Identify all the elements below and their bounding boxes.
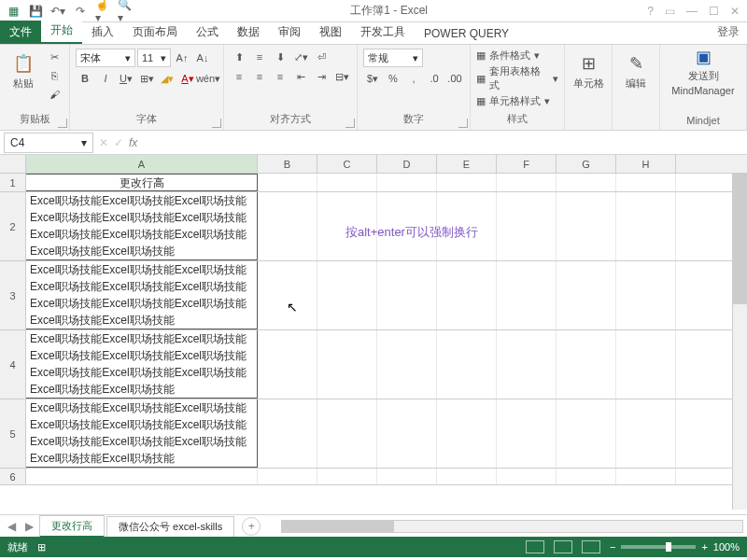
wrap-text-icon[interactable]: ⏎: [312, 49, 331, 65]
horizontal-scrollbar[interactable]: [281, 520, 743, 533]
row-header-4[interactable]: 4: [0, 330, 26, 399]
cell[interactable]: [557, 330, 616, 399]
increase-decimal-icon[interactable]: .0: [425, 70, 444, 87]
orientation-icon[interactable]: ⤢▾: [291, 49, 310, 65]
cell[interactable]: [497, 330, 557, 399]
cell[interactable]: [377, 330, 437, 399]
tab-developer[interactable]: 开发工具: [351, 21, 415, 44]
tab-formulas[interactable]: 公式: [187, 21, 228, 44]
normal-view-button[interactable]: [526, 540, 544, 553]
conditional-format-button[interactable]: ▦条件格式▾: [476, 49, 558, 63]
formula-input[interactable]: [143, 133, 743, 152]
percent-icon[interactable]: %: [384, 70, 402, 87]
touch-icon[interactable]: ☝▾: [95, 4, 110, 19]
sheet-tab-1[interactable]: 更改行高: [39, 515, 105, 538]
save-icon[interactable]: 💾: [28, 4, 43, 19]
cell[interactable]: [258, 330, 317, 399]
col-header-h[interactable]: H: [616, 155, 676, 173]
mindmanager-button[interactable]: ▣ 发送到 MindManager: [666, 49, 740, 93]
number-format-select[interactable]: 常规▾: [363, 49, 423, 67]
cell-a2[interactable]: Excel职场技能Excel职场技能Excel职场技能Excel职场技能Exce…: [26, 192, 258, 260]
cell[interactable]: [616, 330, 676, 399]
cell[interactable]: [317, 261, 377, 329]
col-header-f[interactable]: F: [497, 155, 557, 173]
cell[interactable]: [437, 261, 497, 329]
vertical-scrollbar[interactable]: [732, 174, 747, 510]
col-header-e[interactable]: E: [437, 155, 497, 173]
cell[interactable]: [557, 261, 616, 329]
border-icon[interactable]: ⊞▾: [137, 70, 156, 87]
cell-a4[interactable]: Excel职场技能Excel职场技能Excel职场技能Excel职场技能Exce…: [26, 330, 258, 399]
tab-review[interactable]: 审阅: [269, 21, 310, 44]
align-center-icon[interactable]: ≡: [250, 68, 269, 85]
cells-button[interactable]: ⊞单元格: [571, 49, 606, 93]
row-header-2[interactable]: 2: [0, 192, 26, 260]
sheet-tab-2[interactable]: 微信公众号 excel-skills: [106, 516, 234, 537]
cell[interactable]: [437, 469, 497, 484]
fx-icon[interactable]: fx: [129, 136, 137, 149]
bold-icon[interactable]: B: [76, 70, 94, 87]
zoom-slider[interactable]: [621, 545, 696, 549]
cell[interactable]: [317, 399, 377, 468]
cell[interactable]: [437, 399, 497, 468]
tab-home[interactable]: 开始: [41, 19, 82, 44]
font-color-icon[interactable]: A▾: [178, 70, 197, 87]
row-header-3[interactable]: 3: [0, 261, 26, 329]
tab-data[interactable]: 数据: [228, 21, 269, 44]
page-layout-view-button[interactable]: [554, 540, 572, 553]
underline-icon[interactable]: U▾: [117, 70, 135, 87]
font-size-select[interactable]: 11▾: [137, 49, 171, 67]
cell-styles-button[interactable]: ▦单元格样式▾: [476, 94, 558, 108]
zoom-value[interactable]: 100%: [713, 541, 740, 553]
cell[interactable]: [616, 174, 676, 191]
preview-icon[interactable]: 🔍▾: [118, 4, 133, 19]
cell[interactable]: [317, 330, 377, 399]
editing-button[interactable]: ✎编辑: [618, 49, 654, 93]
cell-a5[interactable]: Excel职场技能Excel职场技能Excel职场技能Excel职场技能Exce…: [26, 399, 258, 468]
decrease-font-icon[interactable]: A↓: [193, 49, 212, 66]
dialog-launcher-icon[interactable]: [345, 119, 355, 128]
font-name-select[interactable]: 宋体▾: [76, 49, 135, 67]
format-painter-icon[interactable]: 🖌: [45, 86, 63, 103]
tab-layout[interactable]: 页面布局: [123, 21, 187, 44]
cell[interactable]: [557, 399, 616, 468]
cell[interactable]: [497, 469, 557, 484]
cell[interactable]: [497, 399, 557, 468]
col-header-d[interactable]: D: [377, 155, 437, 173]
enter-icon[interactable]: ✓: [114, 136, 123, 149]
col-header-g[interactable]: G: [557, 155, 616, 173]
close-icon[interactable]: ✕: [730, 5, 740, 18]
table-format-button[interactable]: ▦套用表格格式▾: [476, 64, 558, 92]
page-break-view-button[interactable]: [582, 540, 600, 553]
cell[interactable]: [26, 469, 258, 484]
decrease-indent-icon[interactable]: ⇤: [291, 68, 310, 85]
sheet-nav-next-icon[interactable]: ▶: [21, 520, 37, 533]
cell[interactable]: [616, 261, 676, 329]
tab-file[interactable]: 文件: [0, 21, 41, 44]
increase-font-icon[interactable]: A↑: [173, 49, 191, 66]
cell[interactable]: [258, 469, 317, 484]
align-left-icon[interactable]: ≡: [230, 68, 248, 85]
cell[interactable]: [557, 192, 616, 260]
login-link[interactable]: 登录: [710, 21, 747, 44]
help-icon[interactable]: ?: [647, 5, 654, 18]
cell[interactable]: [616, 399, 676, 468]
comma-icon[interactable]: ,: [404, 70, 423, 87]
cell[interactable]: [377, 261, 437, 329]
redo-icon[interactable]: ↷: [73, 4, 88, 19]
cell[interactable]: [497, 261, 557, 329]
cell-a1[interactable]: 更改行高: [26, 174, 258, 191]
cell[interactable]: [437, 330, 497, 399]
italic-icon[interactable]: I: [96, 70, 115, 87]
cell[interactable]: [616, 192, 676, 260]
cell[interactable]: [437, 174, 497, 191]
row-header-6[interactable]: 6: [0, 469, 26, 484]
copy-icon[interactable]: ⎘: [45, 67, 63, 84]
name-box[interactable]: C4▾: [4, 133, 93, 153]
cell[interactable]: [616, 469, 676, 484]
align-bottom-icon[interactable]: ⬇: [271, 49, 289, 65]
cell[interactable]: [497, 174, 557, 191]
row-header-1[interactable]: 1: [0, 174, 26, 191]
cell[interactable]: [258, 261, 317, 329]
add-sheet-button[interactable]: +: [242, 517, 261, 536]
